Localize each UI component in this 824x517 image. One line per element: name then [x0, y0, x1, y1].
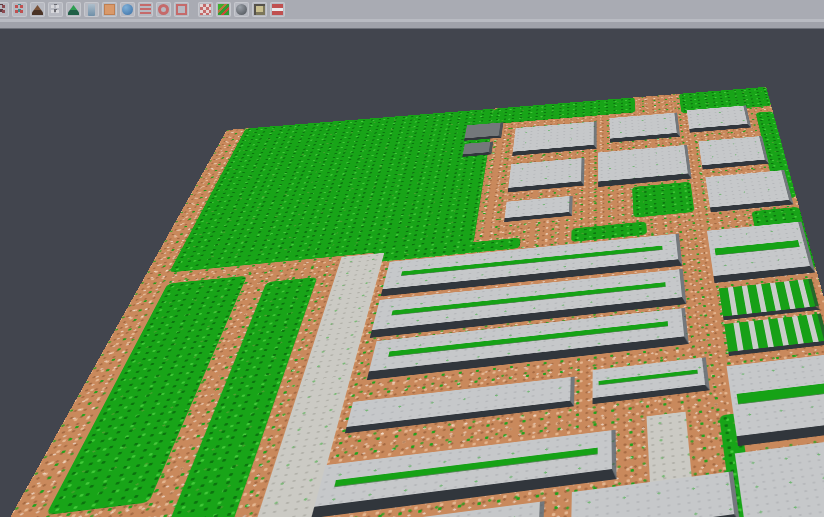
- contour-lines-icon-glyph: [140, 4, 151, 15]
- target-ring-icon[interactable]: [156, 2, 171, 17]
- dsm-terrain-icon-glyph: [32, 4, 43, 15]
- building-roof: [609, 113, 680, 143]
- classification-map-icon[interactable]: [216, 2, 231, 17]
- roof-ridge-line: [335, 448, 598, 486]
- classify-points-icon[interactable]: [12, 2, 27, 17]
- building-roof: [345, 377, 575, 434]
- flag-marker-icon-glyph: [272, 4, 283, 15]
- building-roof: [687, 105, 752, 132]
- dtm-terrain-icon-glyph: [68, 4, 79, 15]
- annotate-axes-icon-glyph: [254, 4, 265, 15]
- main-toolbar: [0, 0, 824, 19]
- app-window: [0, 0, 824, 517]
- points-tool-icon[interactable]: [0, 2, 9, 17]
- point-cloud-terrain: [0, 87, 824, 517]
- building-roof: [598, 145, 691, 187]
- building-roof: [512, 121, 596, 155]
- building-roof: [508, 158, 585, 193]
- annotate-axes-icon[interactable]: [252, 2, 267, 17]
- 3d-viewport[interactable]: [0, 29, 824, 517]
- polyline-tool-icon-glyph: [50, 4, 61, 15]
- greenhouse-roof: [724, 313, 824, 356]
- building-roof: [698, 136, 768, 170]
- small-structure: [464, 122, 503, 140]
- grid-overlay-icon[interactable]: [198, 2, 213, 17]
- classify-points-icon-glyph: [14, 4, 25, 15]
- flag-marker-icon[interactable]: [270, 2, 285, 17]
- polyline-tool-icon[interactable]: [48, 2, 63, 17]
- ortho-tile-icon[interactable]: [102, 2, 117, 17]
- mesh-sphere-icon-glyph: [236, 4, 247, 15]
- profile-tool-icon[interactable]: [84, 2, 99, 17]
- dtm-terrain-icon[interactable]: [66, 2, 81, 17]
- mesh-sphere-icon[interactable]: [234, 2, 249, 17]
- roof-ridge-line: [714, 240, 800, 255]
- target-ring-icon-glyph: [158, 4, 169, 15]
- roof-ridge-line: [736, 382, 824, 404]
- dsm-terrain-icon[interactable]: [30, 2, 45, 17]
- building-roof: [727, 353, 824, 446]
- ortho-tile-icon-glyph: [104, 4, 115, 15]
- building-roof: [705, 170, 793, 212]
- globe-3d-icon-glyph: [122, 4, 133, 15]
- building-roof: [735, 438, 824, 517]
- small-structure: [462, 141, 493, 156]
- roof-ridge-line: [598, 370, 698, 385]
- contour-lines-icon[interactable]: [138, 2, 153, 17]
- globe-3d-icon[interactable]: [120, 2, 135, 17]
- classification-map-icon-glyph: [218, 4, 229, 15]
- building-roof: [593, 357, 710, 404]
- grid-overlay-icon-glyph: [200, 4, 211, 15]
- points-tool-icon-glyph: [0, 4, 7, 15]
- vegetation-patch: [632, 182, 694, 218]
- greenhouse-roof: [719, 279, 820, 321]
- profile-tool-icon-glyph: [88, 4, 95, 16]
- building-roof: [707, 222, 815, 283]
- building-roof: [504, 196, 573, 222]
- selection-region-icon[interactable]: [174, 2, 189, 17]
- selection-region-icon-glyph: [176, 4, 187, 15]
